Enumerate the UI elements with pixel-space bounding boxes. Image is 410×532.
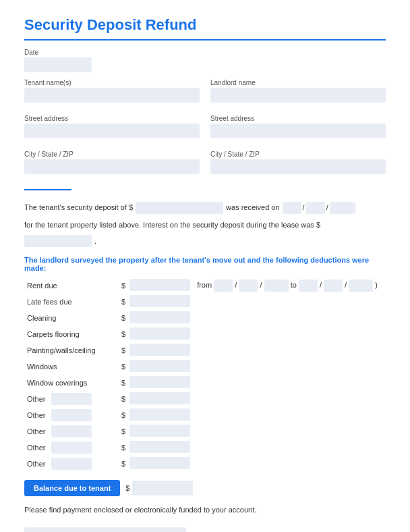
empty-cell bbox=[194, 358, 386, 375]
street-address-right-label: Street address bbox=[210, 115, 386, 122]
table-row: Carpets flooring$ bbox=[24, 326, 386, 342]
received-day-input[interactable] bbox=[306, 202, 325, 214]
deductions-title: The landlord surveyed the property after… bbox=[24, 256, 386, 272]
signature-input[interactable] bbox=[24, 527, 186, 532]
street-address-right-input[interactable] bbox=[210, 124, 386, 138]
short-divider bbox=[24, 189, 71, 190]
top-divider bbox=[24, 39, 386, 41]
deduction-amount-input[interactable] bbox=[129, 392, 190, 404]
to-label: to bbox=[291, 281, 299, 289]
table-row: Rent due$ from / / to / / ) bbox=[24, 277, 386, 294]
deduction-amount-input[interactable] bbox=[129, 344, 190, 356]
date-input[interactable] bbox=[24, 57, 92, 72]
dollar-sign: $ bbox=[119, 326, 127, 342]
empty-cell bbox=[194, 440, 386, 456]
table-row: Other$ bbox=[24, 423, 386, 440]
deduction-amount-input[interactable] bbox=[129, 376, 190, 388]
deduction-label: Window coverings bbox=[27, 379, 87, 387]
deduction-amount-input[interactable] bbox=[129, 311, 190, 323]
empty-cell bbox=[194, 407, 386, 423]
table-row: Late fees due$ bbox=[24, 294, 386, 310]
deduction-label: Other bbox=[27, 411, 46, 419]
deduction-label: Other bbox=[27, 427, 46, 435]
received-month-input[interactable] bbox=[283, 202, 301, 214]
range-from-year[interactable] bbox=[264, 280, 289, 292]
dollar-sign: $ bbox=[119, 358, 127, 375]
city-state-zip-right-label: City / State / ZIP bbox=[210, 151, 386, 158]
deduction-amount-input[interactable] bbox=[129, 360, 190, 372]
deduction-label: Other bbox=[27, 460, 46, 468]
deduction-label: Painting/walls/ceiling bbox=[27, 346, 96, 354]
interest-amount-input[interactable] bbox=[24, 235, 92, 247]
table-row: Windows$ bbox=[24, 358, 386, 375]
deduction-label: Other bbox=[27, 444, 46, 452]
table-row: Cleaning$ bbox=[24, 310, 386, 326]
dollar-sign: $ bbox=[119, 391, 127, 407]
deduction-amount-input[interactable] bbox=[129, 425, 190, 437]
empty-cell bbox=[194, 326, 386, 342]
deduction-amount-input[interactable] bbox=[129, 441, 190, 453]
empty-cell bbox=[194, 423, 386, 440]
range-to-month[interactable] bbox=[299, 280, 318, 292]
deposit-amount-input[interactable] bbox=[136, 202, 223, 214]
range-from-month[interactable] bbox=[214, 280, 233, 292]
other-label-input[interactable] bbox=[51, 442, 92, 454]
close-paren: ) bbox=[375, 281, 378, 289]
from-label: from bbox=[197, 281, 212, 289]
empty-cell bbox=[194, 310, 386, 326]
table-row: Window coverings$ bbox=[24, 375, 386, 391]
slash1: / bbox=[235, 281, 237, 289]
deduction-amount-input[interactable] bbox=[129, 408, 190, 421]
received-year-input[interactable] bbox=[330, 202, 355, 214]
deposit-part3: for the tenant property listed above. In… bbox=[24, 219, 320, 232]
balance-amount-input[interactable] bbox=[132, 481, 193, 496]
slash3: / bbox=[320, 281, 322, 289]
dollar-sign: $ bbox=[119, 277, 127, 294]
tenant-name-input[interactable] bbox=[24, 88, 200, 103]
slash4: / bbox=[345, 281, 347, 289]
street-address-left-input[interactable] bbox=[24, 124, 200, 138]
other-label-input[interactable] bbox=[51, 393, 92, 405]
deductions-table: Rent due$ from / / to / / ) Late fees du… bbox=[24, 277, 386, 472]
dollar-sign: $ bbox=[119, 294, 127, 310]
other-label-input[interactable] bbox=[51, 409, 92, 421]
empty-cell bbox=[194, 375, 386, 391]
table-row: Other$ bbox=[24, 456, 386, 472]
slash2: / bbox=[260, 281, 262, 289]
landlord-name-input[interactable] bbox=[210, 88, 386, 103]
dollar-sign: $ bbox=[119, 375, 127, 391]
other-label-input[interactable] bbox=[51, 425, 92, 437]
city-state-zip-right-input[interactable] bbox=[210, 159, 386, 174]
dollar-sign: $ bbox=[119, 342, 127, 358]
balance-due-button[interactable]: Balance due to tenant bbox=[24, 480, 120, 496]
table-row: Other$ bbox=[24, 407, 386, 423]
deposit-sentence-row: The tenant's security deposit of $ was r… bbox=[24, 201, 386, 215]
range-from-day[interactable] bbox=[239, 280, 258, 292]
range-to-day[interactable] bbox=[324, 280, 343, 292]
deposit-part1: The tenant's security deposit of $ bbox=[24, 201, 133, 215]
deduction-label: Other bbox=[27, 395, 46, 403]
deduction-label: Late fees due bbox=[27, 298, 72, 306]
deduction-label: Carpets flooring bbox=[27, 330, 80, 338]
deduction-label: Windows bbox=[27, 363, 57, 371]
deduction-amount-input[interactable] bbox=[129, 295, 190, 307]
empty-cell bbox=[194, 342, 386, 358]
other-label-input[interactable] bbox=[51, 458, 92, 470]
deposit-part2: was received on bbox=[226, 201, 280, 215]
city-state-zip-left-input[interactable] bbox=[24, 159, 200, 174]
dollar-sign: $ bbox=[119, 423, 127, 440]
empty-cell bbox=[194, 294, 386, 310]
dollar-sign: $ bbox=[119, 407, 127, 423]
dollar-sign: $ bbox=[119, 456, 127, 472]
deduction-amount-input[interactable] bbox=[129, 327, 190, 340]
dollar-sign: $ bbox=[119, 310, 127, 326]
range-to-year[interactable] bbox=[349, 280, 373, 292]
deduction-label: Rent due bbox=[27, 282, 57, 290]
street-address-left-label: Street address bbox=[24, 115, 200, 122]
deposit-part4: . bbox=[94, 235, 96, 248]
deduction-amount-input[interactable] bbox=[129, 279, 190, 291]
deduction-amount-input[interactable] bbox=[129, 457, 190, 469]
table-row: Other$ bbox=[24, 391, 386, 407]
empty-cell bbox=[194, 456, 386, 472]
empty-cell bbox=[194, 391, 386, 407]
